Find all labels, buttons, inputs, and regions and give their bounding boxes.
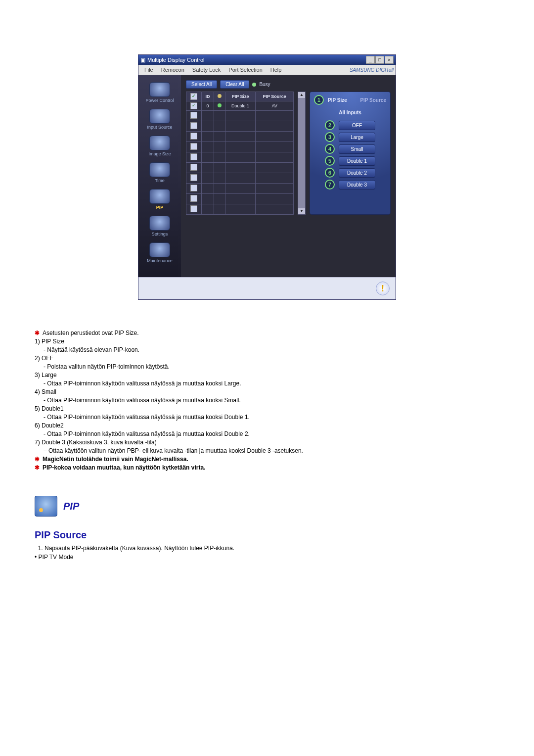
col-pip-source: PIP Source: [256, 92, 294, 101]
panel-head-pip-size: PIP Size: [328, 97, 347, 103]
pip-double3-button[interactable]: Double 3: [339, 180, 375, 189]
star-icon: ✱: [35, 330, 40, 336]
status-bar: !: [138, 277, 396, 299]
table-row[interactable]: [186, 194, 294, 204]
table-row[interactable]: [186, 121, 294, 132]
power-icon: [149, 82, 170, 97]
titlebar: ▣ Multiple Display Control _ □ ×: [138, 55, 396, 65]
row-checkbox[interactable]: [190, 133, 197, 140]
list-item: 7) Double 3 (Kaksoiskuva 3, kuva kuvalta…: [35, 439, 499, 446]
clear-all-button[interactable]: Clear All: [220, 80, 249, 89]
row-checkbox[interactable]: [190, 153, 197, 160]
row-checkbox[interactable]: [190, 122, 197, 129]
sidebar-item-pip[interactable]: PIP: [138, 187, 181, 214]
cell-pip-size: Double 1: [225, 101, 255, 111]
list-item: 5) Double1: [35, 405, 499, 412]
row-checkbox[interactable]: [190, 143, 197, 150]
sidebar-item-power-control[interactable]: Power Control: [138, 80, 181, 107]
cell-id: 0: [202, 101, 214, 111]
table-row[interactable]: [186, 152, 294, 163]
row-checkbox[interactable]: [190, 185, 197, 191]
table-row[interactable]: 0 Double 1 AV: [186, 101, 294, 111]
sidebar-item-maintenance[interactable]: Maintenance: [138, 240, 181, 267]
sidebar-item-label: Power Control: [138, 98, 181, 103]
sidebar: Power Control Input Source Image Size Ti…: [138, 75, 181, 277]
table-row[interactable]: [186, 163, 294, 173]
list-desc: - Ottaa PIP-toiminnon käyttöön valitussa…: [44, 397, 499, 404]
row-checkbox[interactable]: [190, 112, 197, 119]
menubar: File Remocon Safety Lock Port Selection …: [138, 65, 396, 75]
row-checkbox[interactable]: [190, 102, 197, 109]
col-id: ID: [202, 92, 214, 101]
subheading-pip-source: PIP Source: [35, 529, 499, 541]
minimize-button[interactable]: _: [366, 56, 375, 64]
pip-size-panel: 1 PIP Size PIP Source All Inputs 2OFF 3L…: [310, 92, 391, 215]
brand-label: SAMSUNG DIGITall: [350, 67, 394, 73]
menu-file[interactable]: File: [140, 66, 157, 74]
menu-port-selection[interactable]: Port Selection: [224, 66, 266, 74]
callout-6: 6: [325, 168, 335, 178]
list-desc: – Ottaa käyttöön valitun näytön PBP- eli…: [44, 447, 499, 454]
menu-remocon[interactable]: Remocon: [157, 66, 188, 74]
pip-icon: [149, 189, 170, 204]
app-icon: ▣: [140, 57, 145, 63]
sidebar-item-image-size[interactable]: Image Size: [138, 134, 181, 160]
sidebar-item-label: Settings: [138, 232, 181, 236]
table-row[interactable]: [186, 142, 294, 152]
pip-small-button[interactable]: Small: [339, 144, 375, 154]
sidebar-item-label: PIP: [138, 205, 181, 210]
callout-2: 2: [325, 120, 335, 130]
app-title: Multiple Display Control: [147, 57, 205, 63]
list-desc: - Poistaa valitun näytön PIP-toiminnon k…: [44, 363, 499, 370]
table-row[interactable]: [186, 184, 294, 194]
table-scrollbar[interactable]: ▲ ▼: [298, 92, 306, 215]
select-all-button[interactable]: Select All: [186, 80, 217, 89]
sidebar-item-settings[interactable]: Settings: [138, 214, 181, 240]
menu-safety-lock[interactable]: Safety Lock: [188, 66, 224, 74]
pip-off-button[interactable]: OFF: [339, 121, 375, 130]
table-row[interactable]: [186, 111, 294, 121]
maximize-button[interactable]: □: [375, 56, 384, 64]
callout-3: 3: [325, 132, 335, 142]
time-icon: [149, 162, 170, 177]
main-panel: Select All Clear All Busy ID PIP Size PI…: [181, 75, 396, 277]
list-item: 2) OFF: [35, 355, 499, 362]
image-size-icon: [149, 136, 170, 150]
step-text: Napsauta PIP-pääkuvaketta (Kuva kuvassa)…: [44, 545, 499, 552]
pip-double2-button[interactable]: Double 2: [339, 168, 375, 178]
sidebar-item-label: Maintenance: [138, 258, 181, 263]
sidebar-item-label: Image Size: [138, 151, 181, 156]
row-checkbox[interactable]: [190, 164, 197, 171]
star-icon: ✱: [35, 464, 40, 471]
all-inputs-label: All Inputs: [314, 110, 386, 115]
scroll-up-icon[interactable]: ▲: [298, 92, 305, 98]
table-row[interactable]: [186, 173, 294, 184]
pip-double1-button[interactable]: Double 1: [339, 156, 375, 166]
menu-help[interactable]: Help: [267, 66, 286, 74]
list-item: 4) Small: [35, 388, 499, 395]
input-source-icon: [149, 109, 170, 124]
close-button[interactable]: ×: [385, 56, 394, 64]
section-title: PIP: [63, 501, 79, 512]
row-checkbox[interactable]: [190, 174, 197, 181]
note-text: MagicNetin tulolähde toimii vain MagicNe…: [43, 456, 188, 463]
bullet-text: PIP TV Mode: [39, 554, 74, 561]
table-row[interactable]: [186, 132, 294, 142]
col-pip-size: PIP Size: [225, 92, 255, 101]
sidebar-item-time[interactable]: Time: [138, 160, 181, 187]
cell-pip-source: AV: [256, 101, 294, 111]
scroll-down-icon[interactable]: ▼: [298, 208, 305, 214]
callout-5: 5: [325, 156, 335, 166]
list-desc: - Ottaa PIP-toiminnon käyttöön valitussa…: [44, 430, 499, 437]
row-checkbox[interactable]: [190, 195, 197, 202]
table-row[interactable]: [186, 204, 294, 215]
warning-icon: !: [376, 282, 390, 295]
pip-large-button[interactable]: Large: [339, 133, 375, 142]
pip-section-icon: [35, 496, 57, 517]
list-item: 1) PIP Size: [35, 338, 499, 345]
note-text: PIP-kokoa voidaan muuttaa, kun näyttöön …: [43, 464, 205, 471]
row-checkbox[interactable]: [190, 205, 197, 212]
sidebar-item-label: Time: [138, 178, 181, 183]
sidebar-item-input-source[interactable]: Input Source: [138, 107, 181, 134]
col-status: [214, 92, 225, 101]
